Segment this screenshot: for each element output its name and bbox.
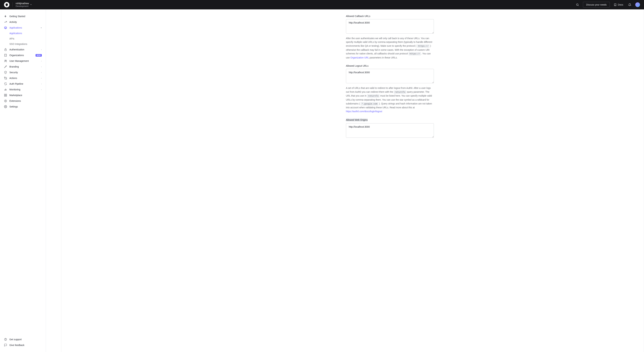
origins-textarea[interactable] bbox=[346, 123, 434, 138]
chevron-right-icon: › bbox=[41, 77, 42, 79]
search-icon bbox=[576, 3, 579, 6]
sidebar-item-get-support[interactable]: Get support bbox=[2, 336, 44, 342]
field-web-origins: Allowed Web Origins bbox=[346, 118, 434, 138]
chevron-right-icon: › bbox=[41, 89, 42, 91]
svg-point-11 bbox=[6, 60, 7, 61]
code-returnto: returnTo bbox=[394, 91, 406, 94]
sidebar-item-applications[interactable]: Applications▾ bbox=[2, 25, 44, 31]
sidebar-item-label: Authentication bbox=[10, 48, 39, 51]
sidebar-item-label: Branding bbox=[10, 65, 39, 68]
svg-rect-13 bbox=[6, 78, 7, 79]
code-wildcard: *.google.com bbox=[360, 102, 378, 105]
sidebar-item-monitoring[interactable]: Monitoring› bbox=[2, 87, 44, 92]
gear-icon bbox=[4, 105, 7, 108]
notifications-button[interactable] bbox=[627, 2, 632, 7]
chevron-right-icon: › bbox=[41, 66, 42, 68]
new-badge: NEW bbox=[36, 54, 42, 57]
sidebar-item-label: Extensions bbox=[10, 100, 42, 102]
field-logout-urls: Allowed Logout URLs A set of URLs that a… bbox=[346, 65, 434, 113]
svg-point-23 bbox=[5, 106, 6, 107]
sidebar-item-give-feedback[interactable]: Give feedback bbox=[2, 342, 44, 348]
sidebar-item-label: Security bbox=[10, 71, 39, 74]
logout-help: A set of URLs that are valid to redirect… bbox=[346, 86, 434, 113]
sidebar-item-extensions[interactable]: Extensions bbox=[2, 98, 44, 104]
sidebar-item-security[interactable]: Security› bbox=[2, 70, 44, 75]
callback-label: Allowed Callback URLs bbox=[346, 15, 434, 18]
chevron-right-icon: › bbox=[41, 83, 42, 85]
sidebar-item-activity[interactable]: Activity bbox=[2, 19, 44, 25]
sidebar-item-marketplace[interactable]: Marketplace bbox=[2, 92, 44, 98]
code-returnto: returnTo bbox=[367, 94, 380, 98]
svg-rect-17 bbox=[4, 94, 5, 95]
chevron-down-icon: ▾ bbox=[41, 27, 42, 29]
svg-rect-3 bbox=[4, 54, 6, 56]
sidebar-item-actions[interactable]: Actions› bbox=[2, 75, 44, 81]
sidebar-item-label: Applications bbox=[10, 26, 38, 29]
logout-docs-link[interactable]: https://auth0.com/docs/login/logout bbox=[346, 110, 382, 113]
org-url-link[interactable]: Organization URL bbox=[350, 56, 369, 59]
chart-icon bbox=[4, 21, 7, 24]
svg-rect-12 bbox=[4, 77, 5, 78]
sidebar-item-authentication[interactable]: Authentication› bbox=[2, 47, 44, 52]
origins-label: Allowed Web Origins bbox=[346, 118, 368, 122]
chevron-right-icon: › bbox=[41, 49, 42, 51]
code-https: https:// bbox=[408, 52, 421, 55]
svg-rect-15 bbox=[5, 89, 6, 91]
callback-help: After the user authenticates we will onl… bbox=[346, 37, 434, 59]
top-header: rohitjmathew Development ▾ Discuss your … bbox=[0, 0, 644, 10]
sidebar-item-label: SSO Integrations bbox=[10, 43, 27, 45]
message-icon bbox=[4, 343, 7, 347]
svg-point-22 bbox=[5, 101, 6, 101]
bell-icon bbox=[628, 3, 631, 6]
tenant-name: rohitjmathew bbox=[16, 2, 29, 5]
logout-textarea[interactable] bbox=[346, 69, 434, 83]
docs-link[interactable]: Docs bbox=[613, 2, 624, 7]
svg-rect-20 bbox=[6, 96, 7, 96]
sidebar-item-sso-integrations[interactable]: SSO Integrations bbox=[8, 41, 44, 47]
sidebar-item-label: Monitoring bbox=[10, 88, 39, 91]
shield-icon bbox=[4, 71, 7, 74]
sidebar-item-branding[interactable]: Branding› bbox=[2, 64, 44, 70]
sidebar-item-label: Getting Started bbox=[10, 15, 42, 18]
users-icon bbox=[4, 59, 7, 63]
sidebar-item-user-management[interactable]: User Management› bbox=[2, 58, 44, 64]
svg-rect-18 bbox=[6, 94, 7, 95]
sidebar-item-label: Activity bbox=[10, 21, 42, 23]
grid-icon bbox=[4, 94, 7, 97]
sidebar-item-label: Actions bbox=[10, 77, 39, 79]
sidebar-item-organizations[interactable]: OrganizationsNEW bbox=[2, 52, 44, 58]
sidebar-item-label: Auth Pipeline bbox=[10, 82, 39, 85]
content-gutter bbox=[46, 10, 62, 352]
sidebar-item-apis[interactable]: APIs bbox=[8, 36, 44, 41]
user-avatar[interactable] bbox=[635, 2, 640, 7]
sidebar-item-label: Give feedback bbox=[10, 344, 42, 346]
help-icon bbox=[4, 338, 7, 341]
search-button[interactable] bbox=[575, 2, 580, 7]
sidebar-item-label: Get support bbox=[10, 338, 42, 341]
sidebar: Getting StartedActivityApplications▾Appl… bbox=[0, 10, 46, 352]
discuss-button[interactable]: Discuss your needs bbox=[583, 2, 610, 8]
chevron-down-icon: ▾ bbox=[30, 4, 32, 6]
brush-icon bbox=[4, 65, 7, 68]
svg-rect-2 bbox=[5, 49, 6, 51]
auth0-logo[interactable] bbox=[4, 2, 10, 8]
sidebar-item-settings[interactable]: Settings bbox=[2, 104, 44, 109]
sidebar-item-applications[interactable]: Applications bbox=[8, 31, 44, 36]
sidebar-item-label: Settings bbox=[10, 105, 42, 108]
flow-icon bbox=[4, 77, 7, 80]
callback-textarea[interactable] bbox=[346, 19, 434, 34]
lock-icon bbox=[4, 48, 7, 51]
main-content: Allowed Callback URLs After the user aut… bbox=[62, 10, 644, 352]
svg-rect-16 bbox=[6, 89, 6, 91]
logout-label: Allowed Logout URLs bbox=[346, 65, 434, 67]
layers-icon bbox=[4, 26, 7, 29]
sidebar-item-label: Applications bbox=[10, 32, 22, 35]
sidebar-item-getting-started[interactable]: Getting Started bbox=[2, 14, 44, 19]
svg-point-10 bbox=[5, 60, 6, 61]
sidebar-item-auth-pipeline[interactable]: Auth Pipeline› bbox=[2, 81, 44, 87]
tenant-env: Development bbox=[16, 5, 29, 8]
sidebar-item-label: Organizations bbox=[10, 54, 33, 57]
building-icon bbox=[4, 54, 7, 57]
code-https: https:// bbox=[417, 45, 430, 48]
tenant-switcher[interactable]: rohitjmathew Development ▾ bbox=[16, 2, 32, 8]
